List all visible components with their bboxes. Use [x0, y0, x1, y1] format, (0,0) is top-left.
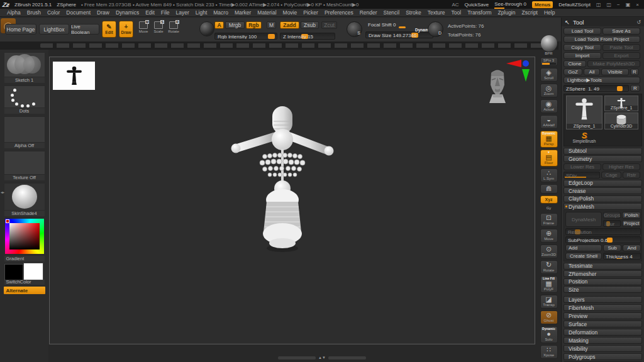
scale-button[interactable]: S Scale	[152, 21, 165, 38]
polish-button[interactable]: Polish	[622, 212, 641, 219]
menu-item[interactable]: Marker	[231, 9, 254, 16]
right-shelf-item[interactable]: ◪ Transp	[540, 295, 558, 309]
live-boolean-button[interactable]: Live Boolean	[70, 24, 99, 35]
gradient-toggle[interactable]: Gradient	[4, 256, 45, 261]
tool-thumbnail-zsphere[interactable]: ZSphere_1	[604, 96, 638, 111]
and-button[interactable]: And	[623, 244, 641, 251]
secondary-color-swatch[interactable]	[23, 263, 43, 280]
lightbox-button[interactable]: LightBox	[39, 24, 69, 35]
paste-tool-button[interactable]: Paste Tool	[602, 44, 640, 51]
quicksave-button[interactable]: QuickSave	[465, 2, 489, 8]
goz-all-button[interactable]: All	[584, 69, 600, 75]
right-shelf-item[interactable]: Dynamic ▦ Persp	[540, 131, 558, 148]
load-tools-from-project-button[interactable]: Load Tools From Project	[564, 36, 640, 43]
brush-thumbnail[interactable]	[4, 52, 45, 77]
make-polymesh3d-button[interactable]: Make PolyMesh3D	[587, 60, 640, 67]
switch-color-swatches[interactable]	[4, 263, 45, 279]
alpha-thumbnail[interactable]	[4, 116, 45, 143]
dynamesh-button[interactable]: DynaMesh	[565, 212, 602, 227]
menu-item[interactable]: Macro	[210, 9, 231, 16]
edgeloop-section[interactable]: EdgeLoop	[564, 180, 642, 187]
menu-item[interactable]: Texture	[425, 9, 448, 16]
add-button[interactable]: Add	[565, 244, 602, 251]
alpha-selector-icon[interactable]: D	[428, 21, 443, 37]
geometry-subsection[interactable]: Position	[564, 278, 642, 285]
menu-item[interactable]: Movie	[280, 9, 301, 16]
camera-axis-gizmo[interactable]	[505, 58, 533, 82]
reset-icon[interactable]: ↺	[636, 19, 641, 25]
right-shelf-item[interactable]: ◈ Scroll	[540, 68, 558, 82]
saturation-value-square[interactable]	[9, 223, 40, 250]
right-shelf-item[interactable]: ↻ Rotate	[540, 260, 558, 274]
sub-button[interactable]: Sub	[603, 244, 621, 251]
restore-icon[interactable]: ▣	[626, 2, 631, 8]
claypolish-section[interactable]: ClayPolish	[564, 195, 642, 202]
dynamesh-section[interactable]: DynaMesh	[564, 203, 642, 210]
menu-item[interactable]: Document	[63, 9, 94, 16]
lightbox-tools-button[interactable]: Lightbox▶Tools	[564, 77, 640, 84]
rgb-button[interactable]: Rgb	[246, 21, 262, 29]
simple-brush-thumbnail[interactable]: S SimpleBrush	[566, 131, 602, 145]
left-tray-resize-handle[interactable]: ◂▸	[0, 181, 5, 202]
menu-item[interactable]: Material	[254, 9, 279, 16]
edit-button[interactable]: ✎ Edit	[102, 21, 116, 38]
stroke-thumbnail[interactable]	[4, 85, 45, 108]
create-shell-button[interactable]: Create Shell	[565, 253, 602, 260]
a-button[interactable]: A	[214, 21, 224, 29]
right-shelf-item[interactable]: ⊘ Ghost	[540, 310, 558, 324]
menu-item[interactable]: File	[158, 9, 173, 16]
bottom-tray-divider[interactable]: ▲▼	[259, 355, 385, 360]
menu-item[interactable]: Picker	[300, 9, 321, 16]
bpr-render-button[interactable]	[541, 35, 557, 52]
right-shelf-item[interactable]: Gy	[540, 206, 558, 211]
menu-item[interactable]: Zplugin	[495, 9, 519, 16]
menu-item[interactable]: Layer	[173, 9, 192, 16]
geometry-subsection[interactable]: ZRemesher	[564, 270, 642, 277]
tray-arrows-icon[interactable]: ▲▼	[318, 356, 326, 359]
resolution-slider[interactable]: Resolution	[565, 228, 641, 235]
zsphere-model[interactable]	[226, 100, 339, 263]
dock-right-icon[interactable]: ◫	[607, 2, 612, 8]
subtool-section[interactable]: Subtool	[564, 148, 642, 155]
crease-section[interactable]: Crease	[564, 187, 642, 194]
current-material-icon[interactable]	[199, 21, 214, 36]
draw-size-slider[interactable]: Draw Size 149.27346	[365, 31, 433, 38]
right-shelf-item[interactable]: ⊙ Zoom3D	[540, 244, 558, 258]
right-shelf-item[interactable]: ▼ ▤ Floor	[540, 150, 558, 167]
project-button[interactable]: Project	[622, 220, 641, 227]
lower-res-button[interactable]: Lower Res	[564, 163, 601, 170]
geometry-subsection[interactable]: Size	[564, 286, 642, 293]
clone-button[interactable]: Clone	[564, 60, 586, 67]
menu-item[interactable]: Brush	[24, 9, 44, 16]
goz-button[interactable]: GoZ	[564, 69, 582, 75]
menu-item[interactable]: Help	[541, 9, 558, 16]
right-shelf-item[interactable]: ⊕ Move	[540, 229, 558, 243]
menu-item[interactable]: Tool	[448, 9, 465, 16]
see-through-slider[interactable]: See-through 0	[494, 1, 526, 8]
menu-item[interactable]: Color	[44, 9, 63, 16]
right-shelf-item[interactable]: ∴ L.Sym	[540, 168, 558, 182]
draw-button[interactable]: + Draw	[119, 21, 133, 38]
rotate-button[interactable]: R Rotate	[167, 21, 180, 38]
home-page-button[interactable]: Home Page	[5, 24, 36, 35]
menu-item[interactable]: Stencil	[380, 9, 403, 16]
sdiv-slider[interactable]: SDiv	[564, 172, 600, 178]
menu-item[interactable]: Dynamics	[113, 9, 142, 16]
tool-thumbnail-cylinder3d[interactable]: Cylinder3D	[604, 112, 638, 129]
import-button[interactable]: Import	[564, 52, 601, 59]
menu-item[interactable]: Stroke	[402, 9, 425, 16]
current-tool-slider[interactable]: ZSphere_1. 49	[564, 85, 629, 92]
menu-item[interactable]: Transform	[464, 9, 494, 16]
color-picker[interactable]	[5, 219, 44, 254]
top-tray-divider[interactable]	[0, 41, 558, 50]
right-shelf-item[interactable]: ◒ AAHalf	[540, 115, 558, 129]
menu-item[interactable]: Alpha	[4, 9, 24, 16]
close-icon[interactable]: ×	[636, 2, 639, 8]
right-shelf-item[interactable]: ◉ Actual	[540, 99, 558, 113]
document-canvas[interactable]	[49, 57, 535, 344]
zcut-button[interactable]: Zcut	[321, 21, 337, 29]
right-shelf-item[interactable]: Dynamic ● Solo	[540, 326, 558, 343]
zadd-button[interactable]: Zadd	[280, 21, 299, 29]
main-color-swatch[interactable]	[4, 264, 23, 280]
tool-section[interactable]: Surface	[564, 321, 642, 327]
